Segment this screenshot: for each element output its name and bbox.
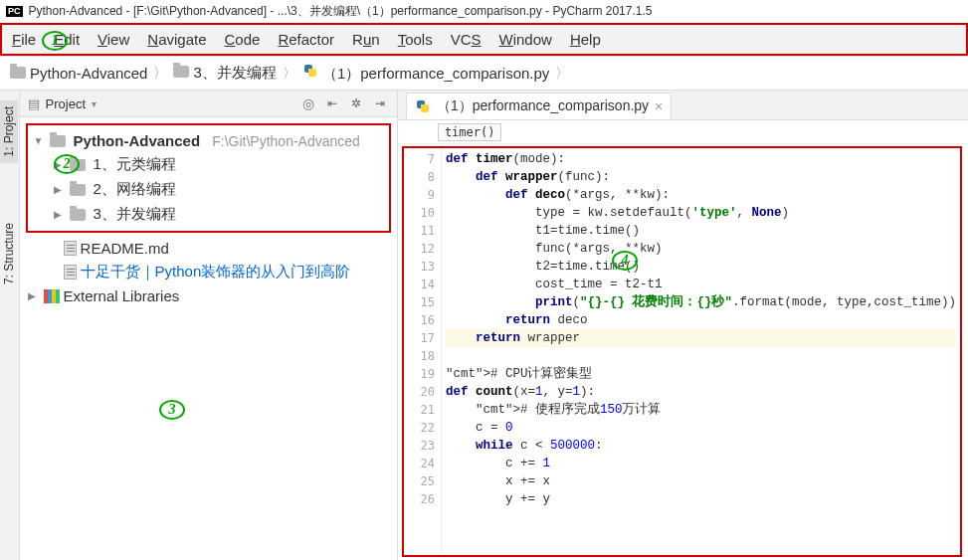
editor-body[interactable]: 7891011121314151617181920212223242526 de… (402, 146, 962, 557)
menu-view[interactable]: View (97, 31, 129, 48)
breadcrumb: Python-Advanced 〉 3、并发编程 〉 （1）performanc… (0, 56, 968, 91)
folder-icon (173, 66, 189, 78)
scroll-from-source-icon[interactable]: ◎ (299, 94, 317, 112)
chevron-right-icon: ▶ (54, 209, 66, 220)
project-tree: ▼ Python-Advanced F:\Git\Python-Advanced… (20, 117, 397, 313)
main-area: 1: Project 7: Structure ▤ Project ▾ ◎ ⇤ … (0, 91, 968, 560)
menu-edit[interactable]: Edit (54, 31, 80, 48)
folder-icon (70, 184, 86, 196)
folder-icon (70, 159, 86, 171)
chevron-down-icon: ▼ (34, 135, 46, 146)
menu-run[interactable]: Run (352, 31, 380, 48)
editor-crumb[interactable]: timer() (438, 123, 502, 141)
library-icon (44, 289, 60, 303)
tree-external-libraries[interactable]: ▶ External Libraries (26, 284, 391, 307)
tree-folder[interactable]: ▶ 2、网络编程 (32, 177, 385, 202)
editor-tab-label: （1）performance_comparison.py (437, 97, 649, 115)
line-gutter: 7891011121314151617181920212223242526 (404, 148, 442, 555)
chevron-right-icon: 〉 (153, 65, 167, 83)
menu-file[interactable]: File (12, 31, 36, 48)
menu-code[interactable]: Code (225, 31, 261, 48)
project-panel-label: Project (46, 96, 86, 111)
folder-icon (50, 135, 66, 147)
window-title: Python-Advanced - [F:\Git\Python-Advance… (29, 3, 653, 20)
tree-file[interactable]: README.md (26, 237, 391, 260)
editor-panel: （1）performance_comparison.py × timer() 7… (398, 91, 968, 560)
breadcrumb-folder[interactable]: 3、并发编程 (173, 64, 276, 83)
file-icon (64, 265, 77, 280)
menu-window[interactable]: Window (499, 31, 552, 48)
menu-vcs[interactable]: VCS (451, 31, 482, 48)
chevron-right-icon: ▶ (54, 159, 66, 170)
editor-tab[interactable]: （1）performance_comparison.py × (406, 93, 672, 119)
folder-icon (10, 67, 26, 79)
menu-bar: File Edit View Navigate Code Refactor Ru… (0, 23, 968, 56)
menu-refactor[interactable]: Refactor (278, 31, 334, 48)
folder-icon (70, 209, 86, 221)
menu-navigate[interactable]: Navigate (147, 31, 206, 48)
chevron-right-icon: ▶ (54, 184, 66, 195)
menu-help[interactable]: Help (570, 31, 601, 48)
project-panel-header: ▤ Project ▾ ◎ ⇤ ✲ ⇥ (20, 91, 397, 117)
tree-folder[interactable]: ▶ 1、元类编程 (32, 152, 385, 177)
gear-icon[interactable]: ✲ (347, 94, 365, 112)
highlighted-tree-section: ▼ Python-Advanced F:\Git\Python-Advanced… (26, 123, 391, 233)
project-panel: ▤ Project ▾ ◎ ⇤ ✲ ⇥ ▼ Python-Advanced F:… (20, 91, 398, 560)
side-tabs: 1: Project 7: Structure (0, 91, 20, 560)
chevron-right-icon: 〉 (555, 65, 569, 83)
breadcrumb-file[interactable]: （1）performance_comparison.py (302, 63, 550, 84)
python-icon (415, 98, 431, 114)
tree-file-link[interactable]: 十足干货｜Python装饰器的从入门到高阶 (26, 260, 391, 284)
editor-crumb-bar: timer() (398, 120, 968, 144)
side-tab-project[interactable]: 1: Project (0, 100, 18, 163)
tree-folder[interactable]: ▶ 3、并发编程 (32, 202, 385, 227)
tree-root[interactable]: ▼ Python-Advanced F:\Git\Python-Advanced (32, 129, 385, 152)
side-tab-structure[interactable]: 7: Structure (2, 223, 16, 284)
collapse-all-icon[interactable]: ⇤ (323, 94, 341, 112)
editor-tabs: （1）performance_comparison.py × (398, 91, 968, 120)
python-icon (302, 63, 318, 79)
breadcrumb-root[interactable]: Python-Advanced (10, 65, 147, 82)
title-bar: PC Python-Advanced - [F:\Git\Python-Adva… (0, 0, 968, 23)
hide-panel-icon[interactable]: ⇥ (371, 94, 389, 112)
chevron-right-icon: ▶ (28, 290, 40, 301)
menu-tools[interactable]: Tools (398, 31, 433, 48)
pycharm-icon: PC (6, 6, 23, 17)
close-icon[interactable]: × (655, 98, 663, 114)
chevron-right-icon: 〉 (283, 65, 296, 83)
file-icon (64, 241, 77, 256)
code-area[interactable]: def timer(mode): def wrapper(func): def … (442, 148, 960, 555)
